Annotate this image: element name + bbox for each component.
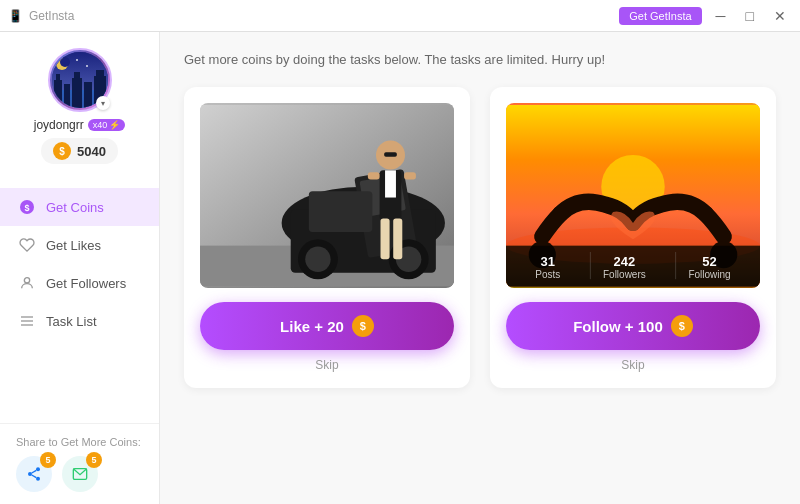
- social-share-button[interactable]: 5: [16, 456, 52, 492]
- titlebar: 📱 GetInsta Get GetInsta ─ □ ✕: [0, 0, 800, 32]
- titlebar-left: 📱 GetInsta: [8, 9, 74, 23]
- sidebar-item-get-likes[interactable]: Get Likes: [0, 226, 159, 264]
- share-label: Share to Get More Coins:: [16, 436, 143, 448]
- get-followers-label: Get Followers: [46, 276, 126, 291]
- svg-point-23: [36, 477, 40, 481]
- stat-followers-value: 242: [603, 254, 646, 269]
- app-logo-icon: 📱: [8, 9, 23, 23]
- sidebar-item-task-list[interactable]: Task List: [0, 302, 159, 340]
- get-coins-label: Get Coins: [46, 200, 104, 215]
- minimize-button[interactable]: ─: [710, 6, 732, 26]
- close-button[interactable]: ✕: [768, 6, 792, 26]
- svg-rect-3: [56, 74, 60, 80]
- brand-button[interactable]: Get GetInsta: [619, 7, 701, 25]
- svg-rect-43: [384, 152, 397, 157]
- svg-point-12: [76, 59, 78, 61]
- page-description: Get more coins by doing the tasks below.…: [184, 52, 776, 67]
- like-task-image: [200, 103, 454, 288]
- svg-rect-33: [309, 191, 373, 232]
- stat-following-value: 52: [688, 254, 730, 269]
- svg-rect-7: [84, 82, 92, 108]
- svg-rect-4: [64, 84, 70, 108]
- like-action-button[interactable]: Like + 20 $: [200, 302, 454, 350]
- svg-rect-9: [96, 70, 104, 76]
- svg-point-14: [99, 58, 101, 60]
- dropdown-chevron-icon: ▾: [101, 99, 105, 108]
- svg-rect-40: [385, 170, 396, 197]
- multiplier-value: x40: [93, 120, 108, 130]
- share-buttons: 5 5: [16, 456, 143, 492]
- get-followers-icon: [18, 274, 36, 292]
- avatar-wrap[interactable]: ▾: [48, 48, 112, 112]
- svg-line-24: [32, 475, 37, 478]
- svg-point-21: [36, 467, 40, 471]
- follow-task-image: 31 Posts 242 Followers 52 Following: [506, 103, 760, 288]
- svg-rect-41: [381, 218, 390, 259]
- task-list-label: Task List: [46, 314, 97, 329]
- main-content: Get more coins by doing the tasks below.…: [160, 32, 800, 504]
- coins-amount: 5040: [77, 144, 106, 159]
- like-button-label: Like + 20: [280, 318, 344, 335]
- stat-posts-label: Posts: [535, 269, 560, 280]
- sidebar: ▾ joydongrr x40 ⚡ $ 5040 $ Get Coins: [0, 32, 160, 504]
- like-skip-link[interactable]: Skip: [315, 358, 338, 372]
- svg-point-17: [24, 278, 29, 283]
- follow-action-button[interactable]: Follow + 100 $: [506, 302, 760, 350]
- svg-rect-2: [54, 80, 62, 108]
- svg-rect-6: [74, 72, 80, 78]
- get-coins-icon: $: [18, 198, 36, 216]
- lightning-icon: ⚡: [109, 120, 120, 130]
- get-likes-icon: [18, 236, 36, 254]
- follow-task-card: 31 Posts 242 Followers 52 Following: [490, 87, 776, 388]
- svg-text:$: $: [24, 203, 29, 213]
- follow-button-label: Follow + 100: [573, 318, 663, 335]
- stat-following: 52 Following: [688, 254, 730, 280]
- svg-point-13: [86, 65, 88, 67]
- email-share-badge: 5: [86, 452, 102, 468]
- email-share-button[interactable]: 5: [62, 456, 98, 492]
- app-title: GetInsta: [29, 9, 74, 23]
- svg-line-25: [32, 470, 37, 473]
- stat-following-label: Following: [688, 269, 730, 280]
- svg-point-11: [60, 57, 70, 67]
- coins-row: $ 5040: [41, 138, 118, 164]
- username: joydongrr: [34, 118, 84, 132]
- stats-overlay: 31 Posts 242 Followers 52 Following: [506, 246, 760, 288]
- svg-rect-5: [72, 78, 82, 108]
- follow-skip-link[interactable]: Skip: [621, 358, 644, 372]
- like-coin-symbol: $: [360, 320, 366, 332]
- like-task-card: Like + 20 $ Skip: [184, 87, 470, 388]
- follow-coin-symbol: $: [679, 320, 685, 332]
- stat-followers: 242 Followers: [603, 254, 646, 280]
- follow-coin-icon: $: [671, 315, 693, 337]
- tasks-grid: Like + 20 $ Skip: [184, 87, 776, 388]
- get-likes-label: Get Likes: [46, 238, 101, 253]
- svg-rect-42: [393, 218, 402, 259]
- svg-rect-44: [368, 172, 380, 179]
- stat-posts-value: 31: [535, 254, 560, 269]
- sidebar-footer: Share to Get More Coins: 5 5: [0, 423, 159, 504]
- username-row: joydongrr x40 ⚡: [34, 118, 126, 132]
- avatar-dropdown[interactable]: ▾: [96, 96, 110, 110]
- sidebar-item-get-followers[interactable]: Get Followers: [0, 264, 159, 302]
- social-share-badge: 5: [40, 452, 56, 468]
- coin-icon: $: [53, 142, 71, 160]
- sidebar-item-get-coins[interactable]: $ Get Coins: [0, 188, 159, 226]
- maximize-button[interactable]: □: [740, 6, 760, 26]
- stat-followers-label: Followers: [603, 269, 646, 280]
- profile-section: ▾ joydongrr x40 ⚡ $ 5040: [0, 48, 159, 180]
- titlebar-right: Get GetInsta ─ □ ✕: [619, 6, 792, 26]
- sidebar-nav: $ Get Coins Get Likes Get Followers: [0, 180, 159, 423]
- svg-rect-45: [404, 172, 416, 179]
- like-coin-icon: $: [352, 315, 374, 337]
- svg-point-35: [305, 247, 330, 272]
- multiplier-badge: x40 ⚡: [88, 119, 126, 131]
- stat-posts: 31 Posts: [535, 254, 560, 280]
- svg-point-22: [28, 472, 32, 476]
- app-body: ▾ joydongrr x40 ⚡ $ 5040 $ Get Coins: [0, 32, 800, 504]
- task-list-icon: [18, 312, 36, 330]
